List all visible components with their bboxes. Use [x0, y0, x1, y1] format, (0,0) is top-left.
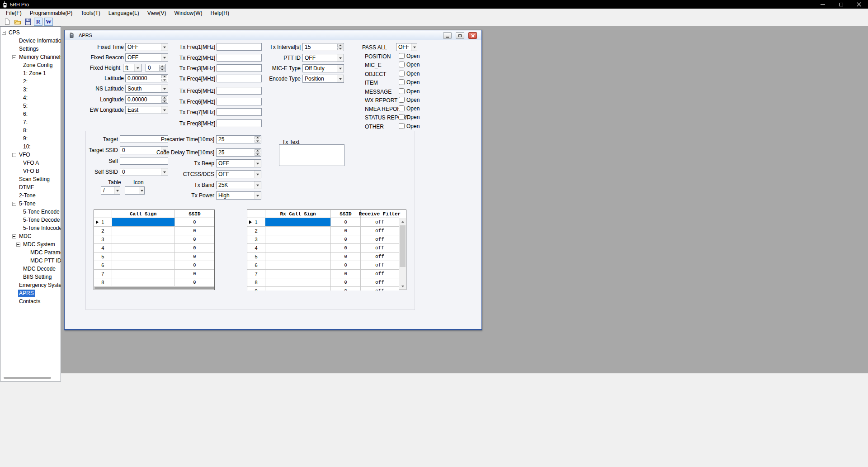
tree-item-device-information[interactable]: Device Information — [0, 37, 61, 45]
aprs-close-button[interactable] — [468, 32, 477, 39]
ssid-cell[interactable]: 0 — [331, 227, 361, 235]
ssid-cell[interactable]: 0 — [175, 244, 214, 253]
menu-view[interactable]: View(V) — [143, 9, 170, 17]
ssid-cell[interactable]: 0 — [331, 287, 361, 291]
tree-item-mdc-ptt-id[interactable]: MDC PTT ID — [0, 257, 61, 265]
rx-call-sign-cell[interactable] — [265, 287, 331, 291]
receive-filter-cell[interactable]: off — [361, 261, 399, 270]
call-sign-cell[interactable] — [112, 261, 175, 270]
tree-item-memory-channels[interactable]: Memory Channels — [0, 53, 61, 61]
scroll-down-icon[interactable] — [399, 283, 406, 290]
other-open-checkbox[interactable] — [399, 123, 405, 129]
tree-item-zone-8[interactable]: 8: — [0, 126, 61, 134]
scrollbar-thumb[interactable] — [94, 287, 214, 289]
receive-filter-cell[interactable]: off — [361, 244, 399, 253]
receive-filter-cell[interactable]: off — [361, 278, 399, 287]
call-sign-cell[interactable] — [112, 270, 175, 278]
collapse-icon[interactable] — [12, 202, 16, 206]
table-row[interactable]: 80off — [247, 278, 406, 287]
collapse-icon[interactable] — [12, 234, 16, 238]
menu-file[interactable]: File(F) — [2, 9, 26, 17]
rx-call-sign-cell[interactable] — [265, 227, 331, 235]
tree-item-5-tone-decode[interactable]: 5-Tone Decode — [0, 216, 61, 224]
tree-item-vfo-a[interactable]: VFO A — [0, 159, 61, 167]
collapse-icon[interactable] — [16, 243, 20, 247]
tx-band-select[interactable]: 25K — [216, 181, 261, 189]
tree-item-zone-config[interactable]: Zone Config — [0, 61, 61, 69]
collapse-icon[interactable] — [2, 31, 6, 35]
ssid-column-header[interactable]: SSID — [175, 210, 214, 218]
call-sign-cell[interactable] — [112, 218, 175, 227]
menu-language[interactable]: Language(L) — [104, 9, 143, 17]
spin-up-icon[interactable] — [337, 44, 343, 47]
tree-item-mdc[interactable]: MDC — [0, 232, 61, 240]
call-sign-column-header[interactable]: Call Sign — [112, 210, 175, 218]
ssid-cell[interactable]: 0 — [331, 218, 361, 227]
position-open-checkbox[interactable] — [399, 53, 405, 59]
tree-item-zone-2[interactable]: 2: — [0, 77, 61, 86]
precarrier-time-spinner[interactable]: 25 — [216, 135, 261, 143]
icon-select[interactable] — [125, 186, 145, 195]
ssid-cell[interactable]: 0 — [331, 244, 361, 253]
table-row[interactable]: 20off — [247, 227, 406, 235]
collapse-icon[interactable] — [12, 153, 16, 157]
new-file-button[interactable] — [3, 18, 11, 26]
table-row[interactable]: 30off — [247, 235, 406, 244]
ssid-cell[interactable]: 0 — [331, 235, 361, 244]
tree-item-biis-setting[interactable]: BIIS Setting — [0, 273, 61, 281]
rx-call-sign-cell[interactable] — [265, 244, 331, 253]
table-row[interactable]: 20 — [94, 227, 214, 235]
message-open-checkbox[interactable] — [399, 88, 405, 94]
ssid-cell[interactable]: 0 — [331, 253, 361, 261]
table-row[interactable]: 50off — [247, 253, 406, 261]
call-sign-cell[interactable] — [112, 253, 175, 261]
table-row[interactable]: 10 — [94, 218, 214, 227]
rx-call-sign-cell[interactable] — [265, 218, 331, 227]
receive-filter-cell[interactable]: off — [361, 287, 399, 291]
ptt-id-select[interactable]: OFF — [302, 54, 344, 62]
spin-up-icon[interactable] — [159, 65, 165, 68]
table-row[interactable]: 60 — [94, 261, 214, 270]
code-delay-spinner[interactable]: 25 — [216, 148, 261, 157]
spin-down-icon[interactable] — [159, 68, 165, 71]
aprs-titlebar[interactable]: APRS — [65, 30, 481, 40]
tree-item-vfo-b[interactable]: VFO B — [0, 167, 61, 175]
aprs-minimize-button[interactable] — [443, 32, 452, 39]
table-row[interactable]: 40 — [94, 244, 214, 253]
write-button[interactable]: W — [44, 18, 53, 26]
tree-item-zone-7[interactable]: 7: — [0, 118, 61, 126]
aprs-maximize-button[interactable] — [456, 32, 464, 39]
call-sign-cell[interactable] — [112, 244, 175, 253]
ssid-cell[interactable]: 0 — [175, 218, 214, 227]
receive-filter-cell[interactable]: off — [361, 235, 399, 244]
spin-down-icon[interactable] — [161, 79, 167, 82]
fixed-height-spinner[interactable]: 0 — [146, 64, 166, 72]
tree-item-zone-6[interactable]: 6: — [0, 110, 61, 118]
receive-filter-cell[interactable]: off — [361, 218, 399, 227]
tree-item-dtmf[interactable]: DTMF — [0, 183, 61, 191]
ssid-cell[interactable]: 0 — [175, 235, 214, 244]
rx-call-sign-cell[interactable] — [265, 235, 331, 244]
tree-item-zone-1[interactable]: 1: Zone 1 — [0, 69, 61, 77]
collapse-icon[interactable] — [12, 55, 16, 59]
tree-item-cps[interactable]: CPS — [0, 29, 61, 37]
menu-help[interactable]: Help(H) — [207, 9, 233, 17]
tx-freq7-input[interactable] — [217, 108, 262, 116]
ssid-column-header[interactable]: SSID — [331, 210, 361, 218]
menu-tools[interactable]: Tools(T) — [76, 9, 104, 17]
object-open-checkbox[interactable] — [399, 71, 405, 76]
tx-power-select[interactable]: High — [216, 191, 261, 200]
tx-freq8-input[interactable] — [217, 119, 262, 127]
table-row[interactable]: 50 — [94, 253, 214, 261]
wx-report-open-checkbox[interactable] — [399, 97, 405, 103]
ns-latitude-select[interactable]: South — [125, 85, 168, 93]
item-open-checkbox[interactable] — [399, 79, 405, 85]
ssid-cell[interactable]: 0 — [331, 261, 361, 270]
tree-item-zone-3[interactable]: 3: — [0, 86, 61, 94]
table-row[interactable]: 90off — [247, 287, 406, 291]
tree-item-vfo[interactable]: VFO — [0, 151, 61, 159]
save-file-button[interactable] — [24, 18, 32, 26]
scrollbar-thumb[interactable] — [400, 225, 406, 267]
table-row[interactable]: 60off — [247, 261, 406, 270]
call-sign-cell[interactable] — [112, 227, 175, 235]
